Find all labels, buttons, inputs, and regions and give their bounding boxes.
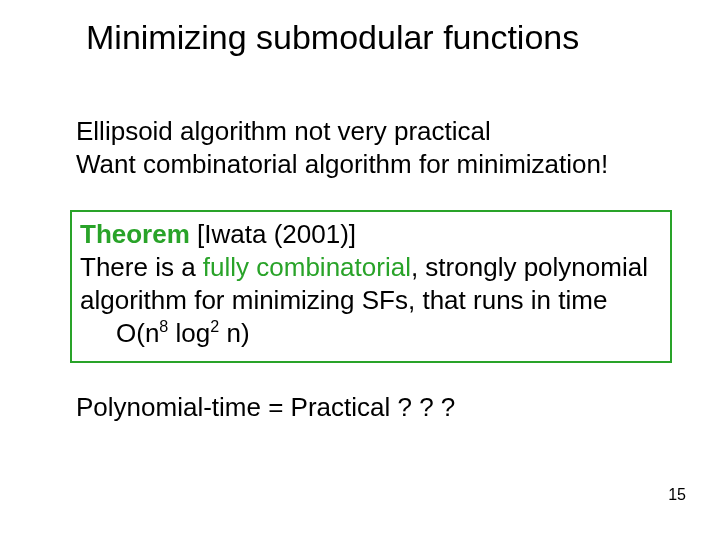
theorem-body: There is a fully combinatorial, strongly… xyxy=(80,251,662,318)
complexity-suffix: n) xyxy=(219,318,249,348)
theorem-label: Theorem xyxy=(80,219,190,249)
theorem-box: Theorem [Iwata (2001)] There is a fully … xyxy=(70,210,672,363)
closing-line: Polynomial-time = Practical ? ? ? xyxy=(76,391,660,424)
page-number: 15 xyxy=(668,486,686,504)
slide: Minimizing submodular functions Ellipsoi… xyxy=(0,0,720,540)
complexity-mid: log xyxy=(168,318,210,348)
theorem-emph: fully combinatorial xyxy=(203,252,411,282)
complexity-exp1: 8 xyxy=(159,318,168,336)
closing-block: Polynomial-time = Practical ? ? ? xyxy=(0,391,720,424)
intro-line-2: Want combinatorial algorithm for minimiz… xyxy=(76,148,660,181)
complexity-exp2: 2 xyxy=(210,318,219,336)
slide-title: Minimizing submodular functions xyxy=(0,18,720,57)
complexity-prefix: O(n xyxy=(116,318,159,348)
theorem-header: Theorem [Iwata (2001)] xyxy=(80,218,662,251)
intro-block: Ellipsoid algorithm not very practical W… xyxy=(0,115,720,182)
theorem-body-prefix: There is a xyxy=(80,252,203,282)
theorem-complexity: O(n8 log2 n) xyxy=(80,317,662,350)
intro-line-1: Ellipsoid algorithm not very practical xyxy=(76,115,660,148)
theorem-cite: [Iwata (2001)] xyxy=(190,219,356,249)
